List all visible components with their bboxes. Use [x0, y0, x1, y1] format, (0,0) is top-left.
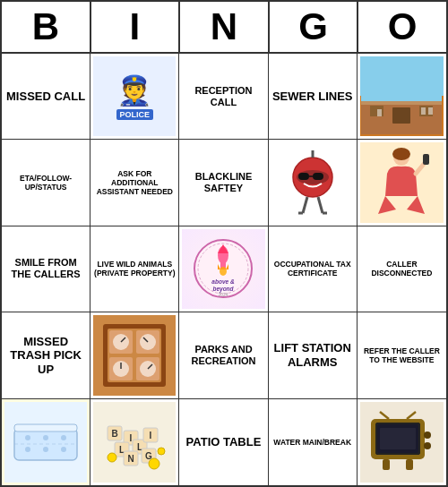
bingo-grid: MISSED CALL 👮 POLICE RECEPTION CALL SEWE… — [2, 54, 446, 485]
cell-text: SEWER LINES — [272, 90, 353, 104]
bingo-card: B I N G O MISSED CALL 👮 POLICE RECEPTION… — [0, 0, 448, 487]
cell-3-1[interactable]: SMILE FROM THE CALLERS — [2, 226, 90, 312]
svg-rect-56 — [14, 424, 77, 431]
cell-text: PATIO TABLE — [186, 435, 262, 449]
svg-text:I: I — [130, 433, 133, 443]
police-officer-icon: 👮 POLICE — [93, 56, 176, 136]
svg-rect-8 — [428, 107, 433, 115]
svg-rect-6 — [377, 109, 382, 116]
cell-3-3: above & beyond 2024 — [179, 226, 268, 312]
svg-rect-84 — [380, 428, 416, 449]
cell-3-5[interactable]: CALLER DISCONNECTED — [358, 226, 446, 312]
svg-line-20 — [416, 163, 425, 174]
svg-point-50 — [43, 435, 48, 440]
svg-point-81 — [424, 442, 431, 449]
cell-text: BLACKLINE SAFTEY — [182, 171, 264, 194]
cell-text: ETA/FOLLOW-UP/STATUS — [4, 174, 87, 192]
svg-text:N: N — [128, 454, 134, 464]
svg-text:2024: 2024 — [219, 292, 228, 297]
svg-rect-0 — [361, 63, 442, 103]
officer-figure: 👮 — [116, 73, 152, 107]
tv-icon — [360, 402, 444, 483]
cell-text: REFER THE CALLER TO THE WEBSITE — [360, 346, 444, 364]
letter-i: I — [91, 2, 181, 52]
svg-point-80 — [424, 431, 431, 439]
cell-text: LIFT STATION ALARMS — [271, 341, 354, 369]
cell-3-2[interactable]: LIVE WILD ANIMALS (PRIVATE PROPERTY) — [90, 226, 179, 312]
bbq-grill-icon — [271, 142, 354, 222]
cell-1-2: 👮 POLICE — [90, 54, 179, 140]
svg-rect-7 — [421, 107, 426, 115]
svg-point-53 — [43, 447, 48, 452]
cell-4-2 — [90, 312, 179, 398]
cell-text: CALLER DISCONNECTED — [360, 260, 444, 278]
svg-point-72 — [149, 458, 159, 469]
bingo-header: B I N G O — [2, 2, 446, 54]
svg-point-49 — [25, 435, 30, 440]
cell-2-5 — [358, 140, 446, 226]
svg-rect-5 — [361, 101, 442, 105]
letter-o: O — [358, 2, 446, 52]
svg-text:above &: above & — [212, 278, 236, 285]
svg-point-22 — [392, 148, 410, 160]
svg-rect-11 — [298, 173, 309, 180]
cell-5-1 — [2, 399, 90, 485]
cell-text: OCCUPATIONAL TAX CERTIFICATE — [271, 260, 354, 278]
lady-phone-icon — [360, 142, 444, 222]
cell-2-4 — [269, 140, 358, 226]
svg-rect-12 — [313, 173, 323, 180]
cell-text: LIVE WILD ANIMALS (PRIVATE PROPERTY) — [93, 260, 176, 278]
police-label: POLICE — [116, 109, 154, 120]
svg-line-14 — [303, 197, 307, 213]
cell-2-2[interactable]: ASK FOR ADDITIONAL ASSISTANT NEEDED — [90, 140, 179, 226]
cell-1-3[interactable]: RECEPTION CALL — [179, 54, 268, 140]
above-beyond-icon: above & beyond 2024 — [182, 229, 264, 309]
cell-4-3[interactable]: PARKS AND RECREATION — [179, 312, 268, 398]
cell-3-4[interactable]: OCCUPATIONAL TAX CERTIFICATE — [269, 226, 358, 312]
svg-rect-21 — [423, 154, 429, 165]
cell-text: MISSED CALL — [6, 90, 85, 104]
cell-5-3[interactable]: PATIO TABLE — [179, 399, 268, 485]
cell-text: WATER MAIN/BREAK — [273, 438, 351, 447]
cell-text: ASK FOR ADDITIONAL ASSISTANT NEEDED — [93, 169, 176, 197]
cell-5-2: B I L L I N G — [90, 399, 179, 485]
svg-point-71 — [108, 453, 116, 462]
svg-rect-78 — [383, 459, 390, 470]
cell-2-1[interactable]: ETA/FOLLOW-UP/STATUS — [2, 140, 90, 226]
letter-g: G — [270, 2, 359, 52]
svg-rect-79 — [406, 459, 413, 470]
cell-5-5 — [358, 399, 446, 485]
cell-5-4[interactable]: WATER MAIN/BREAK — [269, 399, 358, 485]
cell-text: RECEPTION CALL — [182, 85, 264, 108]
mattress-icon — [4, 402, 87, 483]
svg-rect-48 — [14, 429, 77, 460]
billing-icon: B I L L I N G — [93, 402, 176, 483]
svg-text:B: B — [112, 429, 118, 439]
building-icon — [360, 56, 444, 136]
cell-text: SMILE FROM THE CALLERS — [4, 257, 87, 280]
cell-1-1[interactable]: MISSED CALL — [2, 54, 90, 140]
svg-line-82 — [380, 412, 389, 419]
svg-point-30 — [220, 267, 227, 276]
svg-line-83 — [407, 412, 416, 419]
cell-1-5 — [358, 54, 446, 140]
letter-b: B — [2, 2, 91, 52]
cell-text: MISSED TRASH PICK UP — [4, 335, 87, 377]
svg-point-52 — [25, 447, 30, 452]
cell-text: PARKS AND RECREATION — [182, 344, 264, 367]
meter-box-icon — [93, 315, 176, 395]
cell-2-3[interactable]: BLACKLINE SAFTEY — [179, 140, 268, 226]
cell-4-1[interactable]: MISSED TRASH PICK UP — [2, 312, 90, 398]
svg-point-54 — [61, 447, 66, 452]
svg-rect-3 — [392, 107, 410, 124]
cell-4-4[interactable]: LIFT STATION ALARMS — [269, 312, 358, 398]
svg-text:I: I — [150, 431, 152, 440]
cell-4-5[interactable]: REFER THE CALLER TO THE WEBSITE — [358, 312, 446, 398]
letter-n: N — [180, 2, 270, 52]
svg-line-15 — [318, 197, 323, 213]
svg-point-73 — [158, 448, 165, 455]
svg-point-51 — [61, 435, 66, 440]
cell-1-4[interactable]: SEWER LINES — [269, 54, 358, 140]
